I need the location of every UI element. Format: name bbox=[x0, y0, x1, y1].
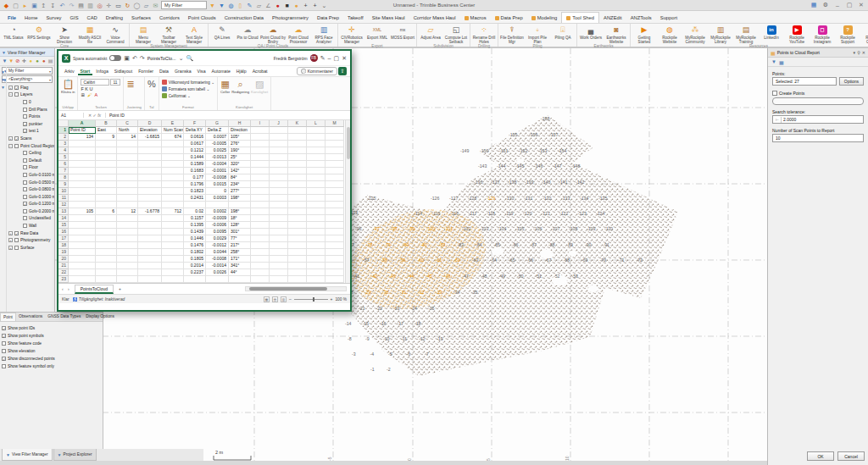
cell-D19[interactable] bbox=[138, 249, 162, 256]
cell-I19[interactable] bbox=[251, 249, 270, 256]
excel-tab-hj-lp[interactable]: Hjälp bbox=[234, 67, 249, 75]
open-icon[interactable]: ▸ bbox=[21, 2, 29, 9]
row-header-20[interactable]: 20 bbox=[58, 256, 69, 263]
cell-J4[interactable] bbox=[270, 147, 288, 154]
file-definition-mgr-button[interactable]: ⍒File Definition Mgr bbox=[499, 25, 525, 44]
row-header-8[interactable]: 8 bbox=[58, 174, 69, 181]
cell-L2[interactable] bbox=[307, 134, 326, 141]
plus-expander-icon[interactable]: + bbox=[8, 231, 13, 235]
cell-L9[interactable] bbox=[307, 181, 326, 188]
cell-H15[interactable]: 128° bbox=[229, 222, 251, 229]
accessibility-status[interactable]: ♿ Tillgänglighet: Inaktiverad bbox=[73, 297, 125, 302]
cell-J2[interactable] bbox=[270, 134, 288, 141]
filter-edit-icon[interactable]: ▼ bbox=[218, 2, 225, 9]
cell-D21[interactable] bbox=[138, 263, 162, 269]
vertical-scrollbar[interactable] bbox=[345, 120, 350, 283]
cell-J5[interactable] bbox=[270, 154, 288, 161]
menu-manager-button[interactable]: ▤Menu Manager bbox=[131, 25, 156, 44]
save-icon[interactable]: ▣ bbox=[31, 2, 38, 9]
cell-G10[interactable]: 0 bbox=[206, 188, 229, 195]
tab-file[interactable]: File bbox=[3, 13, 20, 23]
cell-H16[interactable]: 301° bbox=[229, 229, 251, 235]
tree-item-unclassified[interactable]: Unclassified bbox=[7, 215, 54, 223]
excel-tab-automate[interactable]: Automate bbox=[209, 67, 233, 75]
cell-I6[interactable] bbox=[251, 161, 270, 168]
cell-A4[interactable] bbox=[69, 147, 96, 154]
cell-D13[interactable]: -1.6778 bbox=[138, 208, 162, 215]
tree-item-ceiling[interactable]: Ceiling bbox=[7, 149, 54, 157]
cell-K17[interactable] bbox=[288, 235, 307, 242]
tree-checkbox[interactable]: ✓ bbox=[14, 86, 19, 90]
filter-b-icon[interactable]: ▼ bbox=[1, 77, 6, 82]
cell-G2[interactable]: 0.0007 bbox=[206, 134, 229, 141]
cell-F7[interactable]: 0.1683 bbox=[184, 168, 206, 174]
cell-K2[interactable] bbox=[288, 134, 307, 141]
cell-E17[interactable] bbox=[162, 235, 184, 242]
notifications-icon[interactable]: ▦ bbox=[810, 2, 818, 8]
points-selection-field[interactable]: Selected: 27 bbox=[772, 77, 837, 86]
tab-site-mass-haul[interactable]: Site Mass Haul bbox=[368, 13, 409, 23]
show-direction-button[interactable]: ➤Show Direction bbox=[52, 25, 77, 44]
tab-point-clouds[interactable]: Point Clouds bbox=[184, 13, 220, 23]
tree-item-raw-data[interactable]: +✓Raw Data bbox=[7, 230, 54, 237]
cell-G22[interactable]: 0.0026 bbox=[206, 269, 229, 276]
zoom-in-icon[interactable]: + bbox=[331, 297, 333, 302]
formula-value[interactable]: Point ID bbox=[106, 113, 125, 118]
paste-button[interactable]: 📋Klistra in bbox=[61, 79, 75, 94]
cell-F3[interactable]: 0.0617 bbox=[184, 141, 206, 147]
cell-H12[interactable] bbox=[229, 202, 251, 208]
tree-checkbox[interactable]: ✓ bbox=[23, 129, 27, 133]
cell-G19[interactable]: 0.0044 bbox=[206, 249, 229, 256]
edit-filter-icon[interactable]: ▼ bbox=[8, 58, 14, 64]
cell-K12[interactable] bbox=[288, 202, 307, 208]
excel-tab-arkiv[interactable]: Arkiv bbox=[62, 67, 77, 75]
redo-icon[interactable]: ↷ bbox=[68, 2, 75, 9]
cell-I7[interactable] bbox=[251, 168, 270, 174]
cell-C14[interactable] bbox=[117, 215, 138, 222]
column-header-K[interactable]: K bbox=[288, 120, 307, 127]
cell-A13[interactable]: 105 bbox=[69, 208, 96, 215]
tab-support[interactable]: Support bbox=[656, 13, 682, 23]
cell-E2[interactable]: 674 bbox=[162, 134, 184, 141]
cell-K23[interactable] bbox=[288, 276, 307, 283]
zoom-extents-icon[interactable]: ◎ bbox=[96, 2, 103, 9]
option-show-point-symbols[interactable]: ✓Show point symbols bbox=[2, 332, 101, 340]
cell-L20[interactable] bbox=[307, 256, 326, 263]
cell-B13[interactable]: 6 bbox=[96, 208, 117, 215]
checkbox[interactable] bbox=[2, 364, 6, 368]
column-header-D[interactable]: D bbox=[138, 120, 162, 127]
cell-E21[interactable] bbox=[162, 263, 184, 269]
row-header-2[interactable]: 2 bbox=[58, 134, 69, 141]
cell-K22[interactable] bbox=[288, 269, 307, 276]
cell-H23[interactable] bbox=[229, 276, 251, 283]
cell-I9[interactable] bbox=[251, 181, 270, 188]
zoom-out-icon[interactable]: – bbox=[289, 297, 292, 302]
column-header-E[interactable]: E bbox=[162, 120, 184, 127]
plus-icon[interactable]: + bbox=[302, 2, 309, 9]
cell-G7[interactable]: -0.0001 bbox=[206, 168, 229, 174]
cell-M8[interactable] bbox=[326, 174, 344, 181]
mail-icon[interactable]: ✉ bbox=[152, 2, 159, 9]
cell-D14[interactable] bbox=[138, 215, 162, 222]
cell-L5[interactable] bbox=[307, 154, 326, 161]
minimize-icon[interactable]: – bbox=[328, 55, 331, 61]
cell-K8[interactable] bbox=[288, 174, 307, 181]
options-button[interactable]: Options bbox=[839, 77, 864, 86]
cell-C12[interactable] bbox=[117, 202, 138, 208]
rename-drill-holes-button[interactable]: ⁘Rename Drill Holes bbox=[471, 25, 497, 44]
cell-A20[interactable] bbox=[69, 256, 96, 263]
cell-L19[interactable] bbox=[307, 249, 326, 256]
tab-survey[interactable]: Survey bbox=[42, 13, 65, 23]
row-header-23[interactable]: 23 bbox=[58, 276, 69, 283]
row-header-17[interactable]: 17 bbox=[58, 235, 69, 242]
cell-F20[interactable]: 0.1805 bbox=[184, 256, 206, 263]
tab-macros[interactable]: Macros bbox=[460, 13, 491, 23]
cell-L6[interactable] bbox=[307, 161, 326, 168]
row-header-9[interactable]: 9 bbox=[58, 181, 69, 188]
plus-expander-icon[interactable]: + bbox=[8, 136, 13, 141]
tab-drafting[interactable]: Drafting bbox=[102, 13, 127, 23]
cell-G23[interactable] bbox=[206, 276, 229, 283]
add-sheet-icon[interactable]: + bbox=[114, 286, 126, 291]
cell-H2[interactable]: 105° bbox=[229, 134, 251, 141]
cell-F8[interactable]: 0.177 bbox=[184, 174, 206, 181]
